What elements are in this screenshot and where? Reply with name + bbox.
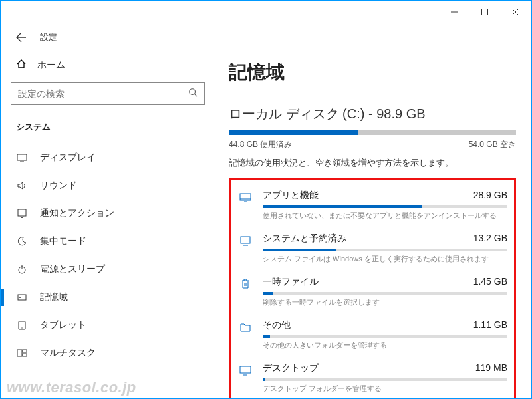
minimize-button[interactable] bbox=[439, 1, 469, 23]
sidebar-item-focus[interactable]: 集中モード bbox=[11, 227, 205, 255]
highlighted-categories: アプリと機能28.9 GB 使用されていない、または不要なアプリと機能をアンイン… bbox=[229, 178, 516, 398]
svg-rect-6 bbox=[17, 154, 27, 160]
category-size: 13.2 GB bbox=[473, 233, 507, 245]
home-icon bbox=[16, 59, 27, 72]
sidebar-item-label: 記憶域 bbox=[40, 291, 68, 303]
category-name: デスクトップ bbox=[263, 362, 319, 374]
main-panel: 記憶域 ローカル ディスク (C:) - 98.9 GB 44.8 GB 使用済… bbox=[214, 52, 531, 398]
category-desc: システム ファイルは Windows を正しく実行するために使用されます bbox=[263, 254, 507, 264]
category-size: 1.11 GB bbox=[473, 319, 507, 331]
search-box[interactable] bbox=[11, 82, 205, 105]
page-title: 記憶域 bbox=[229, 60, 516, 85]
trash-icon bbox=[237, 276, 253, 307]
power-icon bbox=[16, 264, 28, 275]
disk-usage-bar bbox=[229, 130, 516, 135]
sidebar-item-label: 集中モード bbox=[40, 235, 86, 247]
header: 設定 bbox=[1, 23, 531, 52]
category-desc: 削除する一時ファイルを選択します bbox=[263, 297, 507, 307]
svg-point-12 bbox=[19, 297, 21, 298]
desktop-icon bbox=[237, 362, 253, 394]
sidebar-item-label: マルチタスク bbox=[40, 347, 96, 359]
sidebar-item-storage[interactable]: 記憶域 bbox=[11, 283, 205, 311]
svg-rect-1 bbox=[482, 9, 488, 15]
category-size: 119 MB bbox=[475, 362, 507, 374]
apps-icon bbox=[237, 190, 253, 221]
sidebar-item-power[interactable]: 電源とスリープ bbox=[11, 255, 205, 283]
multitask-icon bbox=[16, 348, 28, 358]
usage-description: 記憶域の使用状況と、空き領域を増やす方法を示します。 bbox=[229, 157, 516, 169]
app-title: 設定 bbox=[40, 31, 57, 43]
home-label: ホーム bbox=[37, 59, 65, 71]
back-button[interactable] bbox=[15, 31, 28, 44]
svg-rect-23 bbox=[240, 366, 251, 373]
storage-category-desktop[interactable]: デスクトップ119 MB デスクトップ フォルダーを管理する bbox=[237, 356, 507, 398]
storage-category-system[interactable]: システムと予約済み13.2 GB システム ファイルは Windows を正しく… bbox=[237, 226, 507, 269]
sidebar: ホーム システム ディスプレイ サウンド 通知とアクション 集中モード 電源とス… bbox=[1, 52, 214, 398]
sound-icon bbox=[16, 180, 28, 191]
sidebar-item-label: ディスプレイ bbox=[40, 152, 96, 164]
maximize-button[interactable] bbox=[469, 1, 500, 23]
svg-rect-11 bbox=[18, 295, 26, 300]
search-input[interactable] bbox=[18, 88, 188, 99]
svg-rect-21 bbox=[241, 237, 250, 243]
notification-icon bbox=[16, 208, 28, 219]
home-link[interactable]: ホーム bbox=[11, 52, 205, 78]
storage-category-other[interactable]: その他1.11 GB その他の大きいフォルダーを管理する bbox=[237, 313, 507, 356]
svg-line-5 bbox=[195, 94, 198, 97]
sidebar-item-notifications[interactable]: 通知とアクション bbox=[11, 200, 205, 227]
window-titlebar bbox=[1, 1, 531, 23]
category-size: 28.9 GB bbox=[473, 190, 507, 201]
sidebar-item-multitask[interactable]: マルチタスク bbox=[11, 339, 205, 367]
storage-category-apps[interactable]: アプリと機能28.9 GB 使用されていない、または不要なアプリと機能をアンイン… bbox=[237, 183, 507, 226]
category-desc: その他の大きいフォルダーを管理する bbox=[263, 340, 507, 350]
display-icon bbox=[16, 152, 28, 163]
category-name: その他 bbox=[263, 319, 291, 331]
tablet-icon bbox=[16, 320, 28, 331]
category-size: 1.45 GB bbox=[473, 276, 507, 288]
disk-title: ローカル ディスク (C:) - 98.9 GB bbox=[229, 105, 516, 123]
svg-rect-18 bbox=[240, 194, 251, 200]
system-icon bbox=[237, 233, 253, 264]
sidebar-item-display[interactable]: ディスプレイ bbox=[11, 144, 205, 172]
search-icon bbox=[188, 88, 198, 100]
sidebar-item-label: タブレット bbox=[40, 319, 86, 331]
folder-icon bbox=[237, 319, 253, 350]
svg-point-14 bbox=[21, 327, 22, 328]
svg-rect-15 bbox=[17, 350, 22, 356]
sidebar-item-tablet[interactable]: タブレット bbox=[11, 311, 205, 339]
moon-icon bbox=[16, 236, 28, 247]
storage-category-temp[interactable]: 一時ファイル1.45 GB 削除する一時ファイルを選択します bbox=[237, 269, 507, 313]
close-button[interactable] bbox=[500, 1, 531, 23]
category-desc: 使用されていない、または不要なアプリと機能をアンインストールする bbox=[263, 211, 507, 221]
category-name: アプリと機能 bbox=[263, 190, 319, 201]
free-label: 54.0 GB 空き bbox=[469, 139, 516, 150]
sidebar-item-sound[interactable]: サウンド bbox=[11, 172, 205, 200]
sidebar-item-label: サウンド bbox=[40, 180, 77, 192]
category-name: 一時ファイル bbox=[263, 276, 319, 288]
svg-rect-8 bbox=[18, 209, 26, 216]
category-label: システム bbox=[11, 117, 205, 144]
svg-rect-16 bbox=[23, 350, 27, 352]
used-label: 44.8 GB 使用済み bbox=[229, 139, 292, 150]
sidebar-item-label: 通知とアクション bbox=[40, 207, 114, 219]
category-desc: デスクトップ フォルダーを管理する bbox=[263, 384, 507, 394]
disk-usage-fill bbox=[229, 130, 358, 135]
category-name: システムと予約済み bbox=[263, 233, 346, 245]
storage-icon bbox=[16, 292, 28, 303]
svg-point-4 bbox=[190, 89, 196, 95]
svg-rect-17 bbox=[23, 354, 27, 356]
sidebar-item-label: 電源とスリープ bbox=[40, 263, 105, 275]
